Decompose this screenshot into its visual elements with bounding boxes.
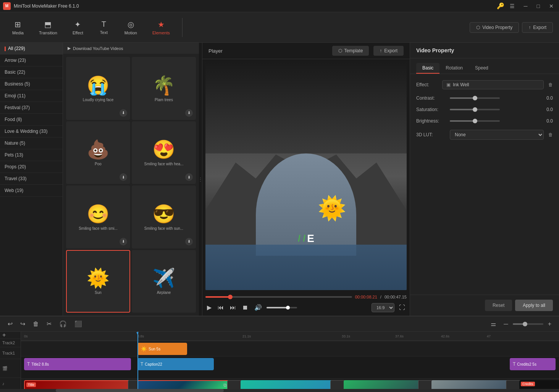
audio-button[interactable]: 🎧 [56, 319, 70, 329]
category-lovewedding[interactable]: Love & Wedding (33) [0, 126, 63, 137]
scrollbar-thumb[interactable] [56, 389, 223, 392]
clip2-thumb: ⧉ ✕ [138, 381, 228, 389]
smiling-download[interactable]: ⬇ [120, 238, 127, 245]
export-header-button[interactable]: ↑ Export [373, 46, 404, 56]
add-track-button[interactable]: + [2, 332, 6, 339]
caption22-clip[interactable]: T Caption22 [137, 358, 214, 370]
template-button[interactable]: ⬡ Video Property [470, 22, 519, 33]
palm-emoji: 🌴 [152, 75, 175, 96]
category-food[interactable]: Food (8) [0, 114, 63, 126]
contrast-slider[interactable] [450, 97, 500, 99]
caption22-icon: T [141, 361, 143, 367]
menu-button[interactable]: ☰ [507, 2, 517, 10]
window-controls[interactable]: ☰ ─ □ ✕ [507, 2, 556, 10]
progress-bar[interactable] [205, 296, 352, 298]
video-clip-3[interactable]: 2X [241, 380, 332, 389]
toolbar-effect[interactable]: ✦ Effect [66, 17, 89, 38]
apply-all-button[interactable]: Apply to all [515, 300, 553, 311]
prev-button[interactable]: ⏮ [216, 303, 225, 313]
video-clip-6[interactable]: Credits ENTER YOUR NAME HERE ENTER YOUR … [519, 380, 559, 389]
transition-2[interactable]: × [227, 380, 242, 389]
volume-button[interactable]: 🔊 [253, 302, 263, 313]
sunglasses-download[interactable]: ⬇ [185, 238, 193, 245]
element-sunglasses[interactable]: 😎 Smiling face with sun... ⬇ [132, 186, 196, 248]
lut-delete-icon[interactable]: 🗑 [548, 132, 553, 137]
columns-button[interactable]: ⚌ [488, 319, 499, 329]
cut-button[interactable]: ✂ [44, 319, 55, 329]
transition-3[interactable]: × [330, 380, 346, 389]
title2-clip[interactable]: T Title2 8.8s [24, 358, 131, 370]
close-button[interactable]: ✕ [547, 2, 556, 10]
download-bar[interactable]: ▶ Download YouTube Videos [63, 43, 199, 54]
video-clip-1[interactable]: Title [24, 380, 131, 389]
element-palm-trees[interactable]: 🌴 Plam trees ⬇ [132, 57, 196, 120]
redo-button[interactable]: ↪ [17, 319, 28, 329]
category-nature[interactable]: Nature (5) [0, 137, 63, 149]
toolbar-motion[interactable]: ◎ Motion [118, 17, 143, 38]
poo-download[interactable]: ⬇ [120, 173, 127, 181]
toolbar-text[interactable]: T Text [92, 17, 115, 38]
element-airplane[interactable]: ✈️ Airplane [132, 250, 196, 313]
reset-button[interactable]: Reset [485, 300, 512, 311]
brightness-slider[interactable] [450, 120, 500, 122]
heart-eyes-download[interactable]: ⬇ [185, 173, 193, 181]
timeline-scrollbar[interactable] [0, 389, 559, 392]
stop-button[interactable]: ⏹ [241, 303, 250, 313]
video-clip-5[interactable] [431, 380, 508, 389]
next-button[interactable]: ⏭ [228, 303, 237, 313]
clip6-thumb: Credits ENTER YOUR NAME HERE ENTER YOUR … [519, 380, 559, 389]
zoom-in-button[interactable]: + [545, 319, 554, 329]
category-festival[interactable]: Festival (37) [0, 102, 63, 114]
category-arrow[interactable]: Arrow (23) [0, 55, 63, 66]
minimize-button[interactable]: ─ [522, 2, 530, 10]
toolbar-media[interactable]: ⊞ Media [6, 17, 30, 38]
effect-delete-icon[interactable]: 🗑 [548, 82, 553, 87]
credits2-label: Credits2 5s [517, 362, 536, 366]
play-button[interactable]: ▶ [205, 302, 213, 313]
category-web[interactable]: Web (19) [0, 185, 63, 197]
category-business[interactable]: Business (5) [0, 78, 63, 90]
undo-button[interactable]: ↩ [5, 319, 16, 329]
credits2-clip[interactable]: T Credits2 5s [510, 358, 556, 370]
crying-download[interactable]: ⬇ [120, 109, 127, 117]
toolbar-transition[interactable]: ⬒ Transition [33, 17, 63, 38]
transition-4[interactable]: ⇄ [418, 380, 433, 389]
element-crying-face[interactable]: 😭 Loudly crying face ⬇ [66, 57, 130, 120]
transition-5[interactable]: ⇄ [506, 380, 521, 389]
zoom-out-button[interactable]: ─ [501, 319, 511, 329]
category-props[interactable]: Props (20) [0, 161, 63, 173]
contrast-fill [450, 97, 475, 99]
sun-elem-clip[interactable]: ☀️ Sun 5s [137, 343, 187, 355]
export-button[interactable]: ↑ Export [522, 22, 553, 33]
zoom-slider[interactable] [513, 323, 543, 325]
aspect-ratio-select[interactable]: 16:9 4:3 1:1 9:16 [372, 303, 394, 312]
category-pets[interactable]: Pets (13) [0, 149, 63, 161]
category-travel[interactable]: Travel (33) [0, 173, 63, 185]
element-smiling-face[interactable]: 😊 Smiling face with smi... ⬇ [66, 186, 130, 248]
video-clip-2[interactable]: ⧉ ✕ [137, 380, 229, 389]
panel-resize[interactable]: ⋮ [199, 43, 202, 316]
category-emoji[interactable]: Emoji (11) [0, 90, 63, 102]
palm-download[interactable]: ⬇ [185, 109, 193, 117]
video-clip-4[interactable] [344, 380, 420, 389]
element-heart-eyes[interactable]: 😍 Smiling face with hea... ⬇ [132, 121, 196, 184]
element-poo[interactable]: 💩 Poo ⬇ [66, 121, 130, 184]
right-panel: Video Property Basic Rotation Speed Effe… [410, 43, 559, 316]
crop-button[interactable]: ⬛ [71, 319, 85, 329]
saturation-slider[interactable] [450, 109, 500, 110]
tab-rotation[interactable]: Rotation [439, 63, 469, 74]
element-sun[interactable]: 🌞 Sun [66, 250, 130, 313]
category-list: All (229) Arrow (23) Basic (22) Business… [0, 43, 63, 316]
category-basic[interactable]: Basic (22) [0, 66, 63, 78]
maximize-button[interactable]: □ [535, 2, 542, 10]
tab-speed[interactable]: Speed [469, 63, 494, 74]
toolbar-elements[interactable]: ★ Elements [146, 17, 176, 38]
tl-playhead[interactable] [137, 332, 138, 389]
template-header-button[interactable]: ⬡ Template [332, 46, 369, 56]
lut-select[interactable]: None [450, 130, 544, 140]
volume-slider[interactable] [267, 307, 297, 308]
delete-button[interactable]: 🗑 [30, 319, 42, 329]
fullscreen-button[interactable]: ⛶ [397, 303, 407, 313]
tab-basic[interactable]: Basic [416, 63, 439, 74]
category-all[interactable]: All (229) [0, 43, 63, 55]
